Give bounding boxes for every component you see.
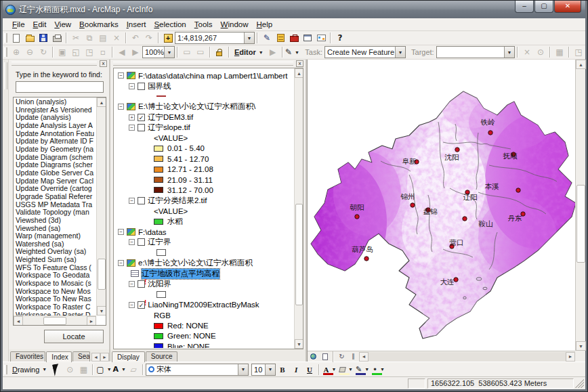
zoom-to-selected-button[interactable]: ▦ <box>77 364 90 376</box>
toc-symbol-row[interactable] <box>114 248 294 258</box>
pause-drawing-button[interactable]: ‖ <box>348 352 359 362</box>
rotate-element-button[interactable]: ⊙ <box>63 364 77 376</box>
zoom-out-button[interactable]: ⊖ <box>23 46 37 58</box>
tool-result-item[interactable]: Workspace To Geodata <box>14 271 96 280</box>
scroll-up-icon[interactable]: ▲ <box>295 68 303 78</box>
add-data-button[interactable]: + <box>161 32 175 44</box>
delete-button[interactable]: × <box>110 32 123 44</box>
scroll-up-icon[interactable]: ▲ <box>576 60 586 69</box>
tool-result-item[interactable]: WFS To Feature Class ( <box>14 264 96 272</box>
expander-icon[interactable]: − <box>129 239 135 245</box>
tool-result-item[interactable]: Workspace to Mosaic (s <box>14 280 96 288</box>
italic-button[interactable]: I <box>289 364 303 376</box>
scroll-up-icon[interactable]: ▲ <box>97 97 106 107</box>
save-button[interactable] <box>37 32 50 44</box>
toc-patch-row[interactable]: 31.12 - 70.00 <box>114 185 294 195</box>
layer-visibility-checkbox[interactable] <box>138 83 145 90</box>
toc-patch-row[interactable]: 水稻 <box>114 216 294 226</box>
scroll-right-icon[interactable]: ► <box>566 352 575 362</box>
sketch-properties-button[interactable]: ◳ <box>572 46 585 58</box>
edit-vertices-button[interactable]: ▱ <box>127 364 140 376</box>
tool-result-item[interactable]: Weighted Overlay (sa) <box>14 248 96 256</box>
panel-header-grip[interactable]: x <box>9 60 109 67</box>
tool-result-item[interactable]: Update Diagram (schem <box>14 154 96 162</box>
tool-result-item[interactable]: Weighted Sum (sa) <box>14 256 96 264</box>
task-combo[interactable]: Create New Feature ▼ <box>324 46 406 58</box>
tab-favorites[interactable]: Favorites <box>10 351 45 362</box>
layer-symbol-patch[interactable] <box>156 249 166 256</box>
zoom-to-page-button[interactable]: ▫ <box>96 46 110 58</box>
expander-icon[interactable]: − <box>118 229 124 235</box>
chevron-down-icon[interactable]: ▼ <box>348 367 353 372</box>
toc-patch-row[interactable]: 0.01 - 5.40 <box>114 144 294 154</box>
line-color-button[interactable]: ✎▼ <box>354 364 371 376</box>
chevron-down-icon[interactable]: ▼ <box>265 364 275 375</box>
shape-tool-button[interactable]: ▢▼ <box>96 364 112 376</box>
redo-button[interactable]: ↷ <box>142 32 156 44</box>
tab-search[interactable]: Sea <box>72 351 90 362</box>
tab-source[interactable]: Source <box>146 351 178 362</box>
toc-layer-row[interactable]: −国界线 <box>114 81 294 91</box>
back-extent-button[interactable]: ◀ <box>115 46 129 58</box>
expander-icon[interactable]: + <box>129 114 135 121</box>
tool-result-item[interactable]: Update Diagrams (scher <box>14 161 96 169</box>
editor-toolbar-toggle-button[interactable]: ✎ <box>260 32 274 44</box>
scroll-right-icon[interactable]: ► <box>87 316 96 326</box>
select-elements-button[interactable] <box>49 364 63 376</box>
toc-patch-row[interactable]: Green: NONE <box>114 331 294 341</box>
forward-extent-button[interactable]: ▶ <box>129 46 142 58</box>
toc-layer-row[interactable]: −✓!LiaoNingTM2009ExtractByMask <box>114 300 294 310</box>
tool-result-item[interactable]: Viewshed (3d) <box>14 217 96 225</box>
scrollbar-thumb[interactable] <box>295 204 303 305</box>
expander-icon[interactable]: − <box>118 104 124 110</box>
toc-frame-row[interactable]: −F:\datas <box>114 227 294 237</box>
toc-head-row[interactable]: <VALUE> <box>114 133 294 143</box>
toc-layer-row[interactable]: −辽宁分类结果2.tif <box>114 196 294 206</box>
marker-color-button[interactable]: •▼ <box>371 364 387 376</box>
tool-result-item[interactable]: Update Globe Server Ca <box>14 169 96 177</box>
map-vertical-scrollbar[interactable]: ▲ ▼ <box>575 60 585 351</box>
toc-head-row[interactable]: <VALUE> <box>114 206 294 216</box>
tool-result-item[interactable]: Update by Geometry (na <box>14 146 96 154</box>
font-size-combo[interactable]: 10 ▼ <box>251 364 276 376</box>
toc-head-row[interactable]: RGB <box>114 310 294 320</box>
map-scale-combo[interactable]: 1:4,819,267 ▼ <box>175 32 255 44</box>
text-tool-button[interactable]: A▼ <box>112 364 127 376</box>
tool-result-item[interactable]: Workspace To Raster C <box>14 303 96 311</box>
chevron-down-icon[interactable]: ▼ <box>380 367 385 372</box>
drawing-menu-button[interactable]: Drawing ▼ <box>9 364 49 376</box>
menu-view[interactable]: View <box>50 19 75 30</box>
expander-icon[interactable]: − <box>118 260 124 266</box>
font-combo[interactable]: 宋体 ▼ <box>146 364 249 376</box>
toolbar-grip[interactable] <box>4 47 7 57</box>
bold-button[interactable]: B <box>276 364 289 376</box>
chevron-down-icon[interactable]: ▼ <box>364 367 369 372</box>
menu-tools[interactable]: Tools <box>190 19 217 30</box>
cut-button[interactable]: ✂ <box>69 32 83 44</box>
menu-bookmarks[interactable]: Bookmarks <box>75 19 123 30</box>
toc-layer-row[interactable]: +✓辽宁DEM3.tif <box>114 112 294 123</box>
fixed-zoom-in-button[interactable]: ▣ <box>56 46 69 58</box>
scroll-down-icon[interactable]: ▼ <box>576 341 586 351</box>
toc-layer-row[interactable]: −辽宁slope.tif <box>114 123 294 133</box>
font-color-button[interactable]: A▼ <box>322 364 338 376</box>
tool-result-item[interactable]: Viewshed (sa) <box>14 225 96 233</box>
scroll-down-icon[interactable]: ▼ <box>97 306 106 315</box>
tool-result-item[interactable]: Validate Topology (man <box>14 209 96 217</box>
tool-result-item[interactable]: Warp (management) <box>14 232 96 240</box>
toolbar-grip[interactable] <box>4 33 7 43</box>
title-bar[interactable]: 辽宁水稻面积.mxd - ArcMap - ArcInfo – ▢ ✕ <box>3 1 585 18</box>
expander-icon[interactable]: − <box>129 198 135 204</box>
toggle-draft-button[interactable]: ▭ <box>180 46 194 58</box>
tool-result-item[interactable]: Watershed (sa) <box>14 240 96 248</box>
chevron-down-icon[interactable]: ▼ <box>332 367 337 372</box>
layer-visibility-checkbox[interactable] <box>138 197 145 204</box>
minimize-button[interactable]: – <box>515 1 534 13</box>
menu-window[interactable]: Window <box>217 19 253 30</box>
zoom-in-button[interactable]: ⊕ <box>9 46 23 58</box>
menu-edit[interactable]: Edit <box>29 19 51 30</box>
copy-button[interactable]: ⧉ <box>83 32 96 44</box>
command-line-button[interactable] <box>301 32 314 44</box>
maximize-button[interactable]: ▢ <box>534 1 553 13</box>
toc-symbol-row[interactable] <box>114 91 294 102</box>
